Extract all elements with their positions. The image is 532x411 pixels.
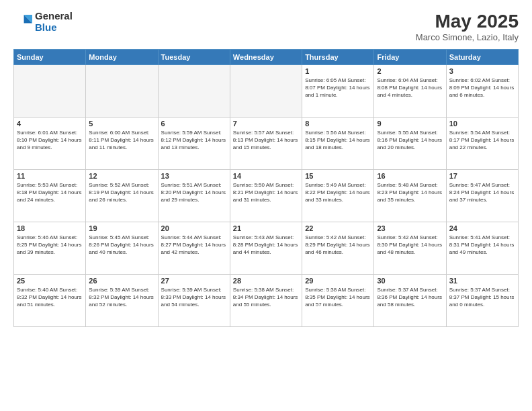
day-number: 26: [89, 277, 154, 285]
calendar-day: 17Sunrise: 5:47 AM Sunset: 8:24 PM Dayli…: [446, 170, 518, 222]
calendar-subtitle: Marco Simone, Lazio, Italy: [416, 32, 519, 42]
day-info: Sunrise: 6:05 AM Sunset: 8:07 PM Dayligh…: [305, 77, 371, 99]
calendar-day: 24Sunrise: 5:41 AM Sunset: 8:31 PM Dayli…: [446, 222, 518, 275]
header: General Blue May 2025 Marco Simone, Lazi…: [13, 11, 519, 42]
calendar-day: 5Sunrise: 6:00 AM Sunset: 8:11 PM Daylig…: [86, 118, 158, 170]
calendar-day: 7Sunrise: 5:57 AM Sunset: 8:13 PM Daylig…: [230, 118, 302, 170]
calendar-day: 8Sunrise: 5:56 AM Sunset: 8:15 PM Daylig…: [302, 118, 374, 170]
day-info: Sunrise: 5:46 AM Sunset: 8:25 PM Dayligh…: [17, 234, 83, 257]
day-number: 16: [377, 172, 443, 180]
day-number: 4: [17, 120, 83, 128]
day-info: Sunrise: 6:00 AM Sunset: 8:11 PM Dayligh…: [89, 129, 154, 152]
day-info: Sunrise: 5:38 AM Sunset: 8:34 PM Dayligh…: [233, 286, 299, 309]
day-number: 7: [233, 120, 299, 128]
day-number: 3: [449, 67, 515, 75]
day-number: 17: [449, 172, 515, 180]
calendar-day: 29Sunrise: 5:38 AM Sunset: 8:35 PM Dayli…: [302, 275, 374, 327]
logo: General Blue: [13, 11, 73, 33]
day-info: Sunrise: 6:01 AM Sunset: 8:10 PM Dayligh…: [17, 129, 83, 152]
calendar-day: 6Sunrise: 5:59 AM Sunset: 8:12 PM Daylig…: [158, 118, 230, 170]
day-info: Sunrise: 5:55 AM Sunset: 8:16 PM Dayligh…: [377, 129, 443, 152]
day-info: Sunrise: 6:02 AM Sunset: 8:09 PM Dayligh…: [449, 77, 515, 99]
calendar-day: [14, 65, 86, 118]
day-info: Sunrise: 5:42 AM Sunset: 8:30 PM Dayligh…: [377, 234, 443, 257]
day-number: 20: [161, 224, 227, 232]
calendar-day: [230, 65, 302, 118]
calendar-day: [158, 65, 230, 118]
day-info: Sunrise: 5:49 AM Sunset: 8:22 PM Dayligh…: [305, 181, 371, 204]
day-number: 23: [377, 224, 443, 232]
day-info: Sunrise: 5:51 AM Sunset: 8:20 PM Dayligh…: [161, 181, 227, 204]
day-number: 5: [89, 120, 154, 128]
day-info: Sunrise: 5:48 AM Sunset: 8:23 PM Dayligh…: [377, 181, 443, 204]
calendar-week-2: 11Sunrise: 5:53 AM Sunset: 8:18 PM Dayli…: [14, 170, 519, 222]
col-thursday: Thursday: [302, 50, 374, 65]
calendar-day: 21Sunrise: 5:43 AM Sunset: 8:28 PM Dayli…: [230, 222, 302, 275]
day-number: 8: [305, 120, 371, 128]
day-info: Sunrise: 5:45 AM Sunset: 8:26 PM Dayligh…: [89, 234, 154, 257]
logo-text: General Blue: [35, 11, 73, 33]
calendar-day: 31Sunrise: 5:37 AM Sunset: 8:37 PM Dayli…: [446, 275, 518, 327]
day-number: 21: [233, 224, 299, 232]
title-block: May 2025 Marco Simone, Lazio, Italy: [416, 11, 519, 42]
day-info: Sunrise: 5:44 AM Sunset: 8:27 PM Dayligh…: [161, 234, 227, 257]
day-info: Sunrise: 5:42 AM Sunset: 8:29 PM Dayligh…: [305, 234, 371, 257]
calendar-day: 18Sunrise: 5:46 AM Sunset: 8:25 PM Dayli…: [14, 222, 86, 275]
day-info: Sunrise: 5:54 AM Sunset: 8:17 PM Dayligh…: [449, 129, 515, 152]
calendar-day: 28Sunrise: 5:38 AM Sunset: 8:34 PM Dayli…: [230, 275, 302, 327]
calendar-day: 1Sunrise: 6:05 AM Sunset: 8:07 PM Daylig…: [302, 65, 374, 118]
day-info: Sunrise: 5:56 AM Sunset: 8:15 PM Dayligh…: [305, 129, 371, 152]
calendar-title: May 2025: [416, 11, 519, 32]
calendar-day: 2Sunrise: 6:04 AM Sunset: 8:08 PM Daylig…: [374, 65, 446, 118]
calendar-day: 11Sunrise: 5:53 AM Sunset: 8:18 PM Dayli…: [14, 170, 86, 222]
calendar-day: 19Sunrise: 5:45 AM Sunset: 8:26 PM Dayli…: [86, 222, 158, 275]
calendar-day: 22Sunrise: 5:42 AM Sunset: 8:29 PM Dayli…: [302, 222, 374, 275]
calendar-day: 25Sunrise: 5:40 AM Sunset: 8:32 PM Dayli…: [14, 275, 86, 327]
calendar-day: 26Sunrise: 5:39 AM Sunset: 8:32 PM Dayli…: [86, 275, 158, 327]
calendar-day: 27Sunrise: 5:39 AM Sunset: 8:33 PM Dayli…: [158, 275, 230, 327]
col-sunday: Sunday: [14, 50, 86, 65]
day-number: 2: [377, 67, 443, 75]
day-info: Sunrise: 5:50 AM Sunset: 8:21 PM Dayligh…: [233, 181, 299, 204]
day-number: 15: [305, 172, 371, 180]
day-info: Sunrise: 5:39 AM Sunset: 8:32 PM Dayligh…: [89, 286, 154, 309]
col-monday: Monday: [86, 50, 158, 65]
day-number: 19: [89, 224, 154, 232]
calendar-day: 13Sunrise: 5:51 AM Sunset: 8:20 PM Dayli…: [158, 170, 230, 222]
day-info: Sunrise: 5:52 AM Sunset: 8:19 PM Dayligh…: [89, 181, 154, 204]
day-number: 28: [233, 277, 299, 285]
col-friday: Friday: [374, 50, 446, 65]
day-info: Sunrise: 5:39 AM Sunset: 8:33 PM Dayligh…: [161, 286, 227, 309]
calendar-day: 14Sunrise: 5:50 AM Sunset: 8:21 PM Dayli…: [230, 170, 302, 222]
day-info: Sunrise: 6:04 AM Sunset: 8:08 PM Dayligh…: [377, 77, 443, 99]
calendar-day: 10Sunrise: 5:54 AM Sunset: 8:17 PM Dayli…: [446, 118, 518, 170]
day-number: 25: [17, 277, 83, 285]
page: General Blue May 2025 Marco Simone, Lazi…: [0, 0, 532, 411]
calendar-day: 23Sunrise: 5:42 AM Sunset: 8:30 PM Dayli…: [374, 222, 446, 275]
calendar-day: [86, 65, 158, 118]
logo-blue: Blue: [35, 22, 73, 34]
day-number: 6: [161, 120, 227, 128]
calendar-week-1: 4Sunrise: 6:01 AM Sunset: 8:10 PM Daylig…: [14, 118, 519, 170]
day-number: 22: [305, 224, 371, 232]
day-number: 9: [377, 120, 443, 128]
day-info: Sunrise: 5:38 AM Sunset: 8:35 PM Dayligh…: [305, 286, 371, 309]
day-number: 29: [305, 277, 371, 285]
day-number: 14: [233, 172, 299, 180]
calendar-day: 12Sunrise: 5:52 AM Sunset: 8:19 PM Dayli…: [86, 170, 158, 222]
day-number: 12: [89, 172, 154, 180]
day-info: Sunrise: 5:47 AM Sunset: 8:24 PM Dayligh…: [449, 181, 515, 204]
calendar-week-0: 1Sunrise: 6:05 AM Sunset: 8:07 PM Daylig…: [14, 65, 519, 118]
calendar-week-3: 18Sunrise: 5:46 AM Sunset: 8:25 PM Dayli…: [14, 222, 519, 275]
logo-icon: [13, 13, 32, 32]
day-info: Sunrise: 5:41 AM Sunset: 8:31 PM Dayligh…: [449, 234, 515, 257]
day-number: 11: [17, 172, 83, 180]
calendar-week-4: 25Sunrise: 5:40 AM Sunset: 8:32 PM Dayli…: [14, 275, 519, 327]
day-info: Sunrise: 5:59 AM Sunset: 8:12 PM Dayligh…: [161, 129, 227, 152]
calendar-day: 30Sunrise: 5:37 AM Sunset: 8:36 PM Dayli…: [374, 275, 446, 327]
day-info: Sunrise: 5:40 AM Sunset: 8:32 PM Dayligh…: [17, 286, 83, 309]
calendar-day: 15Sunrise: 5:49 AM Sunset: 8:22 PM Dayli…: [302, 170, 374, 222]
logo-general: General: [35, 11, 73, 22]
col-tuesday: Tuesday: [158, 50, 230, 65]
day-info: Sunrise: 5:37 AM Sunset: 8:37 PM Dayligh…: [449, 286, 515, 309]
